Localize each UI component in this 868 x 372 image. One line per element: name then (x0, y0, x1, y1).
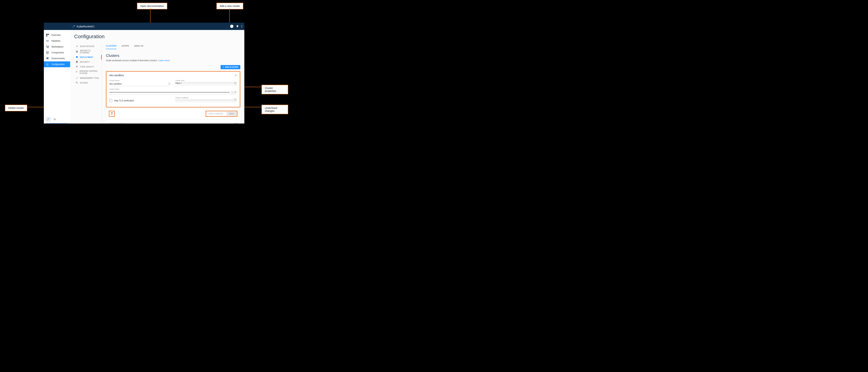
svg-rect-12 (46, 58, 49, 59)
topbar: KubeRocketCI (44, 23, 244, 30)
trash-icon (111, 112, 113, 115)
chevron-down-icon (235, 123, 238, 123)
sidebar-item-label: Configuration (52, 63, 64, 65)
info-icon[interactable] (234, 98, 237, 101)
svg-point-10 (48, 48, 49, 48)
rows-icon (46, 57, 49, 60)
config-nav-access[interactable]: ACCESS (74, 80, 102, 85)
field-label: Cluster Host (175, 80, 237, 82)
svg-rect-11 (46, 58, 49, 58)
config-nav-mgmt-tool[interactable]: MANAGEMENT TOOL (74, 76, 102, 80)
sidebar-item-components[interactable]: Components (44, 50, 70, 56)
bolt-icon (75, 45, 78, 48)
cluster-card-expanded: eks-sandbox Cluster Name (106, 71, 240, 108)
config-nav-artifacts[interactable]: ARTIFACTS STORAGE (74, 49, 102, 55)
layers-icon (46, 51, 49, 54)
storage-icon (75, 51, 78, 53)
undo-changes-button[interactable]: UNDO CHANGES (207, 112, 225, 116)
svg-point-15 (55, 119, 55, 120)
tab-argocd[interactable]: ARGO CD (134, 44, 144, 49)
callout-undo-save: Undo/Save changes (261, 105, 288, 114)
rocket-icon-button[interactable] (45, 117, 51, 122)
svg-rect-6 (46, 40, 47, 41)
sidebar-item-label: Components (52, 51, 64, 54)
kebab-menu-icon[interactable] (241, 25, 242, 28)
key-icon (75, 82, 78, 84)
cluster-host-field: Cluster Host https:// (175, 80, 237, 86)
cluster-name: eks-sandbox (110, 74, 124, 77)
cluster-token-input[interactable] (110, 90, 237, 95)
cluster-card-header[interactable] (106, 120, 240, 123)
sidebar-item-configuration[interactable]: Configuration (44, 61, 70, 67)
svg-rect-5 (46, 35, 47, 36)
callout-add-cluster: Add a new cluster (216, 3, 243, 9)
svg-rect-7 (47, 40, 48, 41)
config-nav-code-quality[interactable]: CODE QUALITY (74, 64, 102, 69)
cluster-card-collapsed (106, 120, 240, 123)
svg-point-0 (242, 25, 242, 26)
info-icon[interactable] (168, 82, 170, 85)
sidebar-item-overview[interactable]: Overview (44, 32, 70, 38)
sidebar-item-pipelines[interactable]: Pipelines (44, 38, 70, 44)
add-cluster-button[interactable]: + ADD CLUSTER (221, 65, 240, 69)
svg-rect-3 (46, 34, 47, 35)
svg-rect-17 (76, 52, 78, 52)
save-button[interactable]: SAVE (227, 112, 237, 116)
chevron-up-icon (235, 75, 237, 76)
info-icon[interactable] (234, 82, 237, 85)
sidebar: Overview Pipelines Marketplace Component… (44, 30, 70, 123)
brand-name: KubeRocketCI (77, 25, 94, 28)
svg-rect-16 (76, 51, 78, 51)
section-desc: Scale workloads across multiple Kubernet… (106, 59, 240, 62)
tab-clusters[interactable]: CLUSTERS (106, 44, 117, 49)
skip-tls-checkbox[interactable] (110, 99, 112, 102)
avatar[interactable] (230, 25, 234, 28)
svg-point-13 (47, 64, 48, 65)
cluster-name-input[interactable] (110, 82, 171, 86)
cluster-name-redacted (109, 122, 123, 123)
bell-icon[interactable] (236, 25, 239, 28)
eye-off-icon[interactable] (234, 91, 237, 93)
sidebar-item-environments[interactable]: Environments (44, 56, 70, 61)
field-label: Cluster Certificate (175, 97, 237, 99)
tools-icon (75, 77, 78, 79)
field-label: Cluster Name (110, 80, 171, 82)
cluster-cert-field: Cluster Certificate (175, 97, 237, 102)
settings-icon-button[interactable] (52, 117, 57, 122)
rocket-icon (75, 56, 78, 58)
cluster-cert-input[interactable] (175, 99, 237, 101)
delete-cluster-button[interactable] (109, 111, 115, 117)
add-cluster-label: ADD CLUSTER (225, 66, 238, 68)
section-title: Clusters (106, 54, 240, 58)
page-title: Configuration (74, 34, 240, 39)
stack-icon (75, 70, 78, 73)
pipelines-icon (46, 39, 49, 42)
skip-tls-label: Skip TLS verification (114, 99, 134, 102)
sidebar-item-label: Environments (52, 57, 65, 60)
cluster-token-field: Cluster Token (110, 88, 237, 95)
skip-tls-field: Skip TLS verification (110, 99, 171, 102)
field-label: Cluster Token (110, 88, 237, 90)
shield-icon (75, 61, 78, 63)
sidebar-item-label: Overview (52, 34, 61, 36)
config-nav: QUICK ACCESS ARTIFACTS STORAGE DEPLOYMEN… (74, 44, 102, 123)
sidebar-item-marketplace[interactable]: Marketplace (44, 44, 70, 50)
gear-icon (46, 63, 49, 66)
tabs: CLUSTERS GITOPS ARGO CD (106, 44, 240, 49)
svg-rect-18 (76, 52, 78, 53)
brand-icon (72, 25, 75, 28)
callout-open-documentation: Open documentation (137, 3, 167, 9)
config-nav-quick-access[interactable]: QUICK ACCESS (74, 44, 102, 49)
config-nav-vcs[interactable]: VERSION CONTROL SYSTEM (74, 69, 102, 76)
callout-cluster-properties: Cluster properties (261, 85, 288, 94)
callout-delete-cluster: Delete cluster (5, 105, 27, 111)
cluster-card-header[interactable]: eks-sandbox (106, 71, 240, 79)
plus-icon: + (223, 66, 224, 68)
config-nav-security[interactable]: SECURITY (74, 60, 102, 64)
learn-more-link[interactable]: Learn more. (158, 59, 170, 62)
tab-gitops[interactable]: GITOPS (122, 44, 129, 49)
cluster-card-actions: UNDO CHANGES SAVE (106, 109, 240, 119)
info-icon[interactable] (231, 91, 234, 93)
cluster-host-input[interactable] (183, 82, 237, 84)
config-nav-deployment[interactable]: DEPLOYMENT (74, 55, 102, 60)
